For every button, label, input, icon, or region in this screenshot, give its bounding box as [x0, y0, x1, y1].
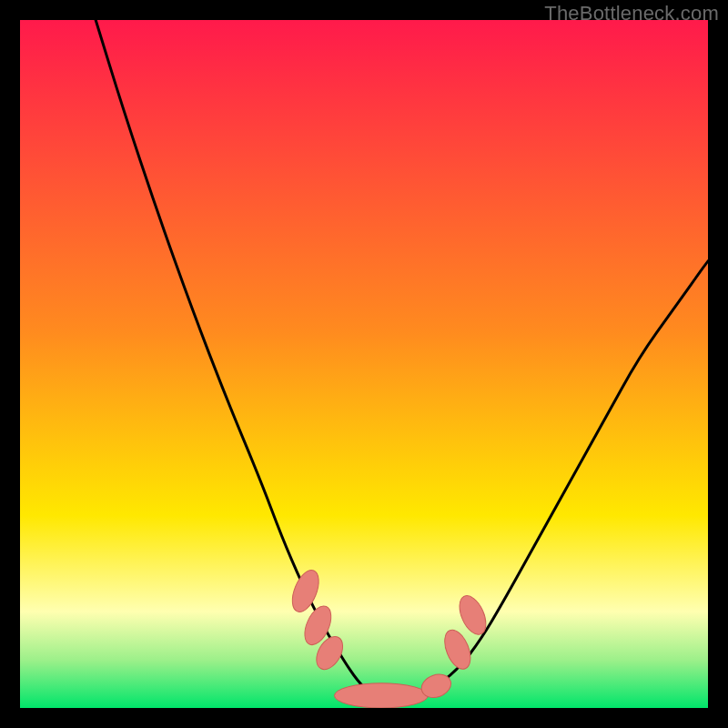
plot-area: [20, 20, 708, 708]
gradient-background: [20, 20, 708, 708]
svg-point-3: [334, 683, 428, 708]
watermark-label: TheBottleneck.com: [544, 2, 719, 25]
curve-marker: [334, 683, 428, 708]
bottleneck-chart: [20, 20, 708, 708]
outer-frame: TheBottleneck.com: [0, 0, 728, 728]
